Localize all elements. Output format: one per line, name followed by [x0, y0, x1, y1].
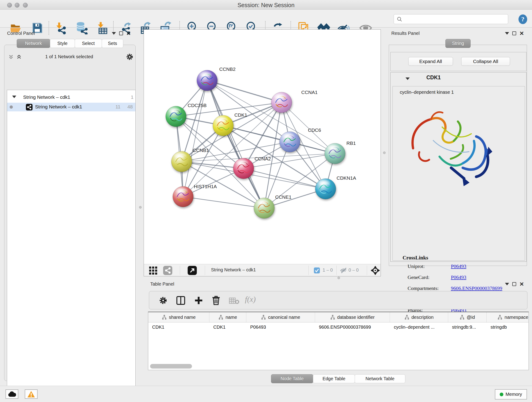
table-cell[interactable]: 9606.ENSP00000378699 — [315, 325, 390, 330]
tab-string[interactable]: String — [445, 39, 471, 48]
float-panel-icon[interactable] — [119, 32, 123, 35]
node-label: RB1 — [346, 140, 356, 146]
splitter-handle[interactable] — [337, 277, 340, 279]
network-row-selected[interactable]: String Network – cdk1 11 48 — [7, 103, 135, 111]
node-label: CDC6 — [308, 128, 321, 133]
hidden-count: 0 – 0 — [348, 268, 359, 273]
column-header-description[interactable]: description — [390, 312, 448, 322]
delete-column-icon[interactable] — [211, 295, 221, 306]
crosslink-link[interactable]: P06493 — [451, 274, 466, 280]
crosslink-row: Uniprot:P06493 — [408, 263, 522, 269]
node-CCNB1[interactable]: CCNB1 — [171, 148, 209, 172]
search-input[interactable] — [403, 17, 508, 22]
node-HIST1H1A[interactable]: HIST1H1A — [173, 184, 217, 207]
collection-expand-icon[interactable] — [12, 96, 16, 98]
fit-content-icon[interactable] — [370, 265, 380, 275]
panel-menu-icon[interactable] — [112, 32, 116, 35]
node-RB1[interactable]: RB1 — [325, 140, 356, 164]
control-panel: Control Panel ✕ NetworkStyleSelectSets 1… — [1, 29, 137, 385]
expand-all-button[interactable]: Expand All — [408, 57, 453, 66]
column-header-shared-name[interactable]: shared name — [148, 312, 209, 322]
node-CDK1[interactable]: CDK1 — [213, 112, 247, 136]
table-header-row: shared namenamecanonical namedatabase id… — [148, 312, 529, 322]
splitter-handle[interactable] — [383, 152, 386, 154]
table-cell[interactable]: cyclin–dependent ... — [390, 325, 448, 330]
warning-icon — [27, 391, 35, 398]
horizontal-scrollbar[interactable] — [150, 364, 192, 369]
control-panel-title: Control Panel — [7, 31, 35, 36]
table-cell[interactable]: stringdb — [487, 325, 532, 330]
tab-select[interactable]: Select — [75, 39, 102, 48]
memory-button[interactable]: Memory — [495, 389, 527, 400]
network-collection-row[interactable]: String Network – cdk1 1 — [7, 93, 135, 102]
table-cell[interactable]: CDK1 — [209, 325, 246, 330]
edge-CCNB2-CCNA1[interactable] — [207, 80, 282, 102]
window-title: Session: New Session — [0, 2, 532, 8]
network-node-count: 11 — [115, 104, 120, 109]
hidden-eye-icon — [340, 267, 347, 274]
search-box — [394, 14, 508, 24]
tab-style[interactable]: Style — [50, 39, 75, 48]
edge-HIST1H1A-CCNE1[interactable] — [183, 197, 264, 208]
entry-detail-box: cyclin–dependent kinase 1 — [393, 86, 525, 261]
tab-network-table[interactable]: Network Table — [355, 374, 405, 383]
edge-CCNB2-HIST1H1A[interactable] — [183, 80, 207, 197]
gear-icon[interactable] — [126, 53, 133, 61]
open-in-window-icon[interactable] — [188, 266, 197, 275]
column-type-icon — [497, 315, 502, 320]
node-label: CCNB1 — [193, 148, 209, 153]
float-panel-icon[interactable] — [512, 282, 516, 286]
table-cell[interactable]: stringdb:9... — [448, 325, 487, 330]
splitter-handle[interactable] — [139, 206, 142, 209]
panel-menu-icon[interactable] — [505, 32, 509, 35]
close-panel-icon[interactable]: ✕ — [519, 282, 524, 286]
cloud-icon — [8, 391, 16, 397]
cdk1-result-box: CDK1 cyclin–dependent kinase 1 — [390, 72, 526, 262]
network-label: String Network – cdk1 — [35, 104, 82, 109]
table-settings-gear-icon[interactable] — [159, 296, 167, 305]
node-CCNA2[interactable]: CCNA2 — [233, 156, 271, 179]
node-label: CCNA2 — [254, 156, 271, 161]
column-header--id[interactable]: @id — [448, 312, 487, 322]
table-cell[interactable]: P06493 — [246, 325, 315, 330]
node-CCNA1[interactable]: CCNA1 — [271, 89, 317, 113]
node-label: CDKN1A — [336, 175, 356, 181]
tab-sets[interactable]: Sets — [102, 39, 123, 48]
node-CDC25B[interactable]: CDC25B — [166, 103, 207, 127]
network-canvas[interactable]: CCNB2CCNA1CDC25BCDK1CDC6RB1CCNB1CCNA2CDK… — [144, 30, 380, 264]
crosslinks-title: CrossLinks — [403, 255, 428, 261]
collapse-entry-icon[interactable] — [405, 77, 410, 80]
collapse-all-button[interactable]: Collapse All — [461, 57, 510, 66]
column-header-name[interactable]: name — [209, 312, 246, 322]
birds-eye-view-icon[interactable] — [149, 266, 158, 275]
node-CDKN1A[interactable]: CDKN1A — [315, 175, 356, 199]
table-row[interactable]: CDK1CDK1P064939606.ENSP00000378699cyclin… — [148, 322, 529, 332]
edge-CCNA2-CDKN1A[interactable] — [244, 168, 326, 189]
tab-network[interactable]: Network — [17, 39, 50, 48]
close-panel-icon[interactable]: ✕ — [126, 32, 131, 35]
search-icon — [397, 16, 403, 22]
show-columns-icon[interactable] — [176, 296, 185, 305]
table-cell[interactable]: CDK1 — [148, 325, 209, 330]
network-overview-icon[interactable] — [163, 266, 172, 275]
node-label: CDC25B — [188, 103, 207, 108]
table-panel-title: Table Panel — [150, 281, 174, 287]
network-view-panel: CCNB2CCNA1CDC25BCDK1CDC6RB1CCNB1CCNA2CDK… — [144, 29, 381, 276]
column-header-database-identifier[interactable]: database identifier — [315, 312, 390, 322]
close-panel-icon[interactable]: ✕ — [519, 32, 524, 35]
help-icon[interactable]: ? — [518, 14, 528, 24]
add-column-icon[interactable] — [194, 296, 203, 305]
cloud-status-button[interactable] — [6, 389, 18, 399]
column-header-canonical-name[interactable]: canonical name — [246, 312, 315, 322]
panel-menu-icon[interactable] — [505, 283, 509, 285]
crosslink-link[interactable]: P06493 — [451, 263, 466, 269]
tab-node-table[interactable]: Node Table — [271, 374, 313, 383]
selected-checkbox-icon[interactable] — [314, 268, 320, 274]
float-panel-icon[interactable] — [512, 32, 516, 35]
crosslink-label: GeneCard: — [408, 274, 451, 280]
warning-status-button[interactable] — [25, 389, 38, 399]
table-panel-tabs: Node TableEdge TableNetwork Table — [271, 374, 405, 383]
main-toolbar: ? — [0, 10, 532, 27]
tab-edge-table[interactable]: Edge Table — [313, 374, 355, 383]
column-header-namespace[interactable]: namespace — [487, 312, 532, 322]
